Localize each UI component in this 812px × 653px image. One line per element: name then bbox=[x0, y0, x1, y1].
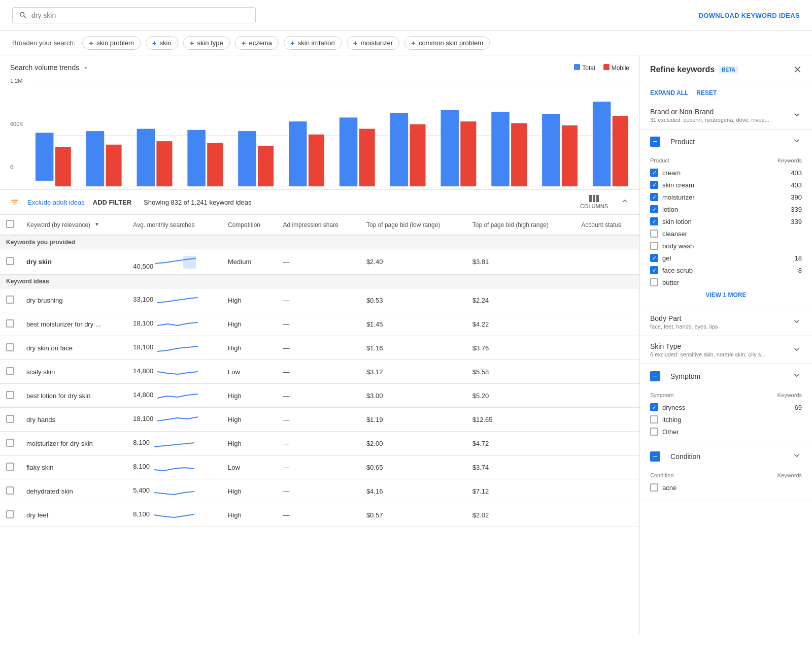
row-checkbox[interactable] bbox=[6, 463, 14, 471]
refine-item-checkbox[interactable] bbox=[650, 205, 658, 213]
th-account-status[interactable]: Account status bbox=[575, 215, 639, 235]
row-checkbox-cell[interactable] bbox=[0, 455, 20, 479]
view-more-button[interactable]: VIEW 1 MORE bbox=[650, 288, 802, 302]
refine-item[interactable]: Other bbox=[650, 426, 802, 438]
section-toggle-icon[interactable] bbox=[792, 110, 802, 121]
row-checkbox-cell[interactable] bbox=[0, 336, 20, 360]
refine-section-header-3[interactable]: Skin Type6 excluded: sensitive skin, nor… bbox=[640, 336, 812, 364]
row-checkbox-cell[interactable] bbox=[0, 288, 20, 312]
expand-all-button[interactable]: EXPAND ALL bbox=[650, 89, 688, 96]
broaden-chip[interactable]: +skin irritation bbox=[284, 36, 342, 50]
row-checkbox[interactable] bbox=[6, 257, 14, 265]
exclude-adult-button[interactable]: Exclude adult ideas bbox=[27, 199, 85, 206]
refine-item[interactable]: gel 18 bbox=[650, 252, 802, 264]
refine-section-header-5[interactable]: Condition bbox=[640, 444, 812, 468]
refine-item[interactable]: body wash bbox=[650, 240, 802, 252]
broaden-chip[interactable]: +skin bbox=[146, 36, 178, 50]
row-checkbox[interactable] bbox=[6, 296, 14, 304]
broaden-chip[interactable]: +skin problem bbox=[82, 36, 140, 50]
close-button[interactable]: ✕ bbox=[793, 63, 802, 76]
refine-item-checkbox[interactable] bbox=[650, 483, 658, 492]
refine-item[interactable]: moisturizer 390 bbox=[650, 191, 802, 203]
refine-item[interactable]: skin lotion 339 bbox=[650, 215, 802, 227]
refine-item-checkbox[interactable] bbox=[650, 403, 658, 411]
broaden-chip[interactable]: +common skin problem bbox=[404, 36, 490, 50]
row-bid-low: $4.16 bbox=[360, 479, 466, 503]
svg-rect-21 bbox=[491, 112, 509, 186]
select-all-checkbox[interactable] bbox=[6, 220, 14, 228]
refine-item-checkbox[interactable] bbox=[650, 254, 658, 262]
search-box[interactable]: dry skin bbox=[12, 7, 256, 23]
row-checkbox[interactable] bbox=[6, 510, 14, 518]
th-competition[interactable]: Competition bbox=[222, 215, 277, 235]
section-toggle-icon[interactable] bbox=[792, 316, 802, 328]
section-toggle-icon[interactable] bbox=[792, 370, 802, 382]
th-bid-high[interactable]: Top of page bid (high range) bbox=[466, 215, 576, 235]
refine-item[interactable]: skin cream 403 bbox=[650, 179, 802, 191]
row-checkbox-cell[interactable] bbox=[0, 408, 20, 432]
row-checkbox-cell[interactable] bbox=[0, 503, 20, 527]
search-input[interactable]: dry skin bbox=[31, 11, 249, 19]
row-checkbox-cell[interactable] bbox=[0, 479, 20, 503]
dropdown-arrow-icon[interactable] bbox=[82, 64, 89, 72]
refine-item-label: gel bbox=[662, 254, 671, 262]
refine-item[interactable]: face scrub 8 bbox=[650, 264, 802, 276]
row-checkbox-cell[interactable] bbox=[0, 384, 20, 408]
th-select-all[interactable] bbox=[0, 215, 20, 235]
broaden-chip[interactable]: +moisturizer bbox=[347, 36, 399, 50]
refine-item[interactable]: butter bbox=[650, 276, 802, 288]
row-keyword: flaky skin bbox=[20, 455, 127, 479]
refine-item-checkbox[interactable] bbox=[650, 242, 658, 250]
row-checkbox[interactable] bbox=[6, 439, 14, 447]
refine-item-checkbox[interactable] bbox=[650, 217, 658, 225]
row-checkbox[interactable] bbox=[6, 367, 14, 375]
refine-section-header-2[interactable]: Body Partface, feet, hands, eyes, lips bbox=[640, 308, 812, 336]
broaden-chip[interactable]: +skin type bbox=[183, 36, 230, 50]
refine-title: Refine keywords bbox=[650, 65, 715, 74]
row-checkbox-cell[interactable] bbox=[0, 312, 20, 336]
row-checkbox-cell[interactable] bbox=[0, 249, 20, 275]
col-bid-low-label: Top of page bid (low range) bbox=[366, 221, 440, 228]
row-checkbox-cell[interactable] bbox=[0, 360, 20, 384]
collapse-button[interactable] bbox=[620, 197, 629, 208]
refine-item-checkbox[interactable] bbox=[650, 428, 658, 436]
refine-item[interactable]: cleanser bbox=[650, 227, 802, 240]
refine-item-checkbox[interactable] bbox=[650, 278, 658, 286]
refine-item[interactable]: dryness 69 bbox=[650, 401, 802, 413]
refine-item-checkbox[interactable] bbox=[650, 266, 658, 274]
th-keyword[interactable]: Keyword (by relevance) ▼ bbox=[20, 215, 127, 235]
row-checkbox-cell[interactable] bbox=[0, 432, 20, 455]
refine-item[interactable]: acne bbox=[650, 481, 802, 494]
refine-item-checkbox[interactable] bbox=[650, 193, 658, 201]
add-filter-button[interactable]: ADD FILTER bbox=[93, 199, 131, 206]
refine-item-checkbox[interactable] bbox=[650, 181, 658, 189]
section-toggle-icon[interactable] bbox=[792, 450, 802, 462]
refine-section-header-4[interactable]: Symptom bbox=[640, 364, 812, 388]
refine-item-checkbox[interactable] bbox=[650, 415, 658, 423]
col-right-header: Keywords bbox=[777, 157, 802, 164]
th-bid-low[interactable]: Top of page bid (low range) bbox=[360, 215, 466, 235]
section-toggle-icon[interactable] bbox=[792, 136, 802, 147]
refine-item[interactable]: itching bbox=[650, 413, 802, 426]
row-checkbox[interactable] bbox=[6, 343, 14, 351]
refine-section-header-0[interactable]: Brand or Non-Brand31 excluded: eucerin, … bbox=[640, 102, 812, 129]
refine-item-checkbox[interactable] bbox=[650, 169, 658, 177]
reset-button[interactable]: RESET bbox=[696, 89, 717, 96]
refine-item-label: cream bbox=[662, 169, 681, 177]
broaden-chip[interactable]: +eczema bbox=[235, 36, 279, 50]
refine-item[interactable]: cream 403 bbox=[650, 167, 802, 179]
columns-button[interactable]: COLUMNS bbox=[580, 195, 608, 209]
section-toggle-icon[interactable] bbox=[792, 344, 802, 356]
refine-item-checkbox[interactable] bbox=[650, 230, 658, 238]
th-avg[interactable]: Avg. monthly searches bbox=[127, 215, 222, 235]
th-ad-impression[interactable]: Ad impression share bbox=[277, 215, 360, 235]
row-checkbox[interactable] bbox=[6, 486, 14, 495]
mini-trend-chart bbox=[154, 507, 194, 523]
row-checkbox[interactable] bbox=[6, 415, 14, 423]
download-button[interactable]: DOWNLOAD KEYWORD IDEAS bbox=[699, 12, 800, 19]
row-avg: 14,800 bbox=[127, 360, 222, 384]
row-checkbox[interactable] bbox=[6, 391, 14, 399]
refine-item[interactable]: lotion 339 bbox=[650, 203, 802, 215]
row-checkbox[interactable] bbox=[6, 319, 14, 328]
refine-section-header-1[interactable]: Product bbox=[640, 129, 812, 153]
